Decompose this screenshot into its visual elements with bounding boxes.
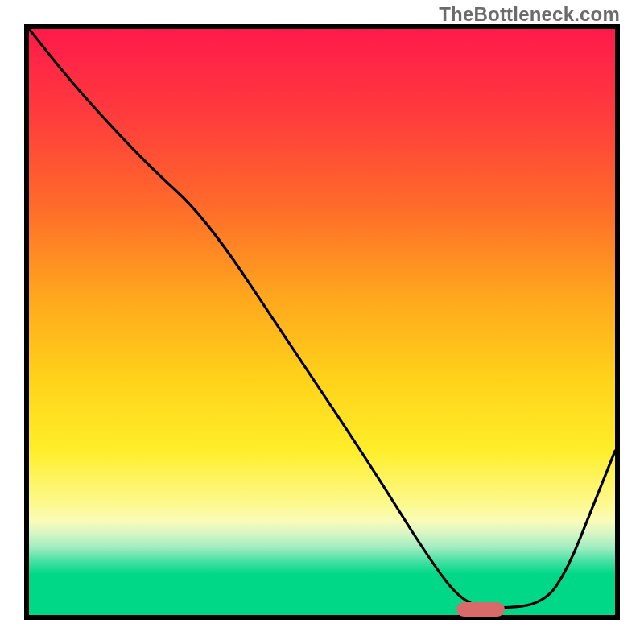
plot-area <box>24 24 620 620</box>
bottleneck-chart: TheBottleneck.com <box>0 0 644 644</box>
bottleneck-curve-path <box>29 29 615 608</box>
watermark-text: TheBottleneck.com <box>439 3 620 26</box>
optimal-marker <box>456 602 505 617</box>
curve-svg <box>29 29 615 615</box>
